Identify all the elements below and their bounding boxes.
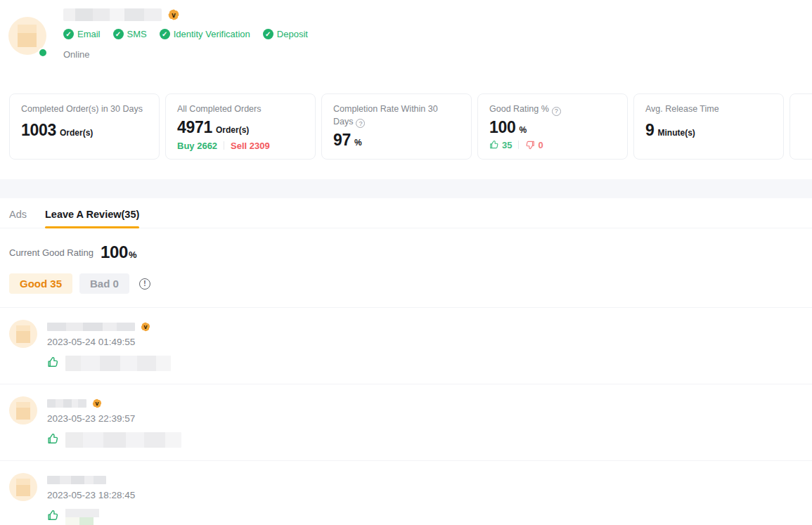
divider — [518, 141, 519, 149]
check-circle-icon: ✓ — [160, 29, 170, 39]
check-circle-icon: ✓ — [263, 29, 273, 39]
review-timestamp: 2023-05-23 22:39:57 — [47, 413, 181, 424]
verified-badge-icon: v — [140, 321, 151, 332]
review-timestamp: 2023-05-23 18:28:45 — [47, 490, 135, 500]
stat-value: 97 — [333, 131, 351, 150]
review-filters: Good 35 Bad 0 ! — [9, 273, 812, 294]
badge-identity-verification: ✓ Identity Verification — [160, 29, 250, 39]
online-status-dot — [38, 48, 48, 58]
redacted-reviewer-name — [47, 323, 135, 331]
stat-unit: Order(s) — [60, 128, 93, 138]
check-circle-icon: ✓ — [63, 29, 74, 39]
redacted-review-comment — [65, 432, 181, 448]
redacted-review-comment — [65, 509, 99, 525]
badge-label: Email — [77, 29, 101, 39]
review-timestamp: 2023-05-24 01:49:55 — [47, 337, 171, 347]
buy-count: Buy 2662 — [177, 141, 217, 151]
merchant-avatar — [8, 17, 46, 55]
review-list: v 2023-05-24 01:49:55 — [0, 307, 812, 525]
badge-label: Identity Verification — [174, 29, 250, 39]
thumb-up-icon — [47, 433, 59, 445]
stat-title: Completion Rate Within 30 Days? — [333, 103, 460, 128]
expand-stats-button[interactable] — [790, 93, 812, 160]
stat-unit: % — [354, 138, 362, 148]
review-item: v 2023-05-24 01:49:55 — [0, 307, 812, 384]
stat-card-completion-rate: Completion Rate Within 30 Days? 97 % — [321, 93, 472, 160]
badge-sms: ✓ SMS — [113, 29, 147, 39]
reviewer-avatar — [9, 320, 37, 348]
online-status-text: Online — [63, 49, 308, 60]
tab-ads[interactable]: Ads — [9, 209, 27, 228]
stat-value: 4971 — [177, 118, 212, 137]
badge-label: SMS — [127, 29, 147, 39]
stat-unit: % — [519, 125, 527, 135]
verified-badge-icon: v — [167, 8, 180, 21]
chevron-double-right-icon — [808, 117, 812, 136]
redacted-review-comment — [65, 356, 171, 371]
filter-good-button[interactable]: Good 35 — [9, 273, 72, 294]
section-divider-band — [0, 179, 812, 198]
stat-card-all-completed: All Completed Orders 4971 Order(s) Buy 2… — [165, 93, 316, 160]
thumbs-up-count: 35 — [502, 140, 512, 150]
divider — [224, 141, 224, 150]
redacted-reviewer-name — [47, 476, 106, 484]
thumb-up-icon — [47, 510, 59, 521]
stat-card-avg-release-time: Avg. Release Time 9 Minute(s) — [633, 93, 784, 160]
stat-value: 9 — [645, 121, 655, 140]
merchant-profile: v ✓ Email ✓ SMS ✓ Identity Verification … — [0, 0, 812, 60]
review-section: Ads Leave A Review(35) Current Good Rati… — [0, 198, 812, 525]
review-item: 2023-05-23 18:28:45 — [0, 460, 812, 525]
thumb-up-icon — [489, 140, 499, 150]
merchant-header: v ✓ Email ✓ SMS ✓ Identity Verification … — [0, 0, 812, 179]
thumb-up-icon — [47, 356, 59, 368]
thumb-down-icon — [525, 140, 535, 150]
badge-email: ✓ Email — [63, 29, 101, 39]
current-good-rating: Current Good Rating 100 % — [9, 242, 812, 262]
thumbs-down-count: 0 — [538, 140, 543, 150]
redacted-merchant-name — [63, 8, 162, 21]
help-icon[interactable]: ? — [356, 119, 365, 128]
reviewer-avatar — [9, 396, 37, 424]
reviewer-avatar — [9, 473, 37, 501]
stat-unit: Minute(s) — [658, 128, 695, 138]
stats-cards-row: Completed Order(s) in 30 Days 1003 Order… — [9, 93, 812, 160]
tab-bar: Ads Leave A Review(35) — [0, 198, 812, 228]
stat-title: All Completed Orders — [177, 103, 304, 116]
sell-count: Sell 2309 — [231, 141, 270, 151]
stat-title: Avg. Release Time — [645, 103, 772, 116]
rating-unit: % — [129, 249, 137, 260]
stat-card-completed-30d: Completed Order(s) in 30 Days 1003 Order… — [9, 93, 160, 160]
tab-leave-a-review[interactable]: Leave A Review(35) — [45, 209, 139, 228]
verification-badges: ✓ Email ✓ SMS ✓ Identity Verification ✓ … — [63, 29, 308, 39]
stat-title: Completed Order(s) in 30 Days — [21, 103, 148, 116]
stat-card-good-rating: Good Rating %? 100 % 35 0 — [477, 93, 628, 160]
stat-value: 1003 — [21, 121, 56, 140]
badge-deposit: ✓ Deposit — [263, 29, 308, 39]
stat-value: 100 — [489, 118, 515, 137]
help-icon[interactable]: ? — [552, 107, 561, 116]
redacted-reviewer-name — [47, 399, 86, 408]
stat-unit: Order(s) — [216, 125, 249, 135]
rating-label: Current Good Rating — [9, 247, 94, 258]
review-item: v 2023-05-23 22:39:57 — [0, 384, 812, 460]
stat-title: Good Rating %? — [489, 103, 616, 116]
verified-badge-icon: v — [91, 398, 103, 409]
badge-label: Deposit — [277, 29, 308, 39]
filter-bad-button[interactable]: Bad 0 — [79, 273, 129, 294]
check-circle-icon: ✓ — [113, 29, 124, 39]
rating-value: 100 — [101, 242, 128, 262]
info-icon[interactable]: ! — [139, 278, 150, 290]
